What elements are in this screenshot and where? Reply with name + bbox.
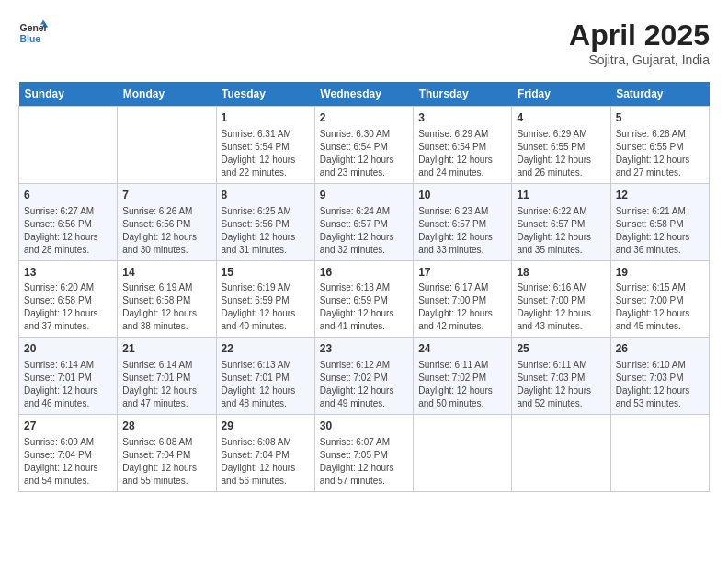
day-number: 16 <box>320 265 408 281</box>
calendar-cell: 8Sunrise: 6:25 AMSunset: 6:56 PMDaylight… <box>216 183 314 260</box>
calendar-cell: 23Sunrise: 6:12 AMSunset: 7:02 PMDayligh… <box>314 338 413 415</box>
calendar-cell: 28Sunrise: 6:08 AMSunset: 7:04 PMDayligh… <box>118 415 216 492</box>
day-info: Sunrise: 6:13 AMSunset: 7:01 PMDaylight:… <box>222 359 310 410</box>
calendar-cell: 9Sunrise: 6:24 AMSunset: 6:57 PMDaylight… <box>314 183 413 260</box>
day-number: 14 <box>122 265 210 281</box>
day-info: Sunrise: 6:29 AMSunset: 6:54 PMDaylight:… <box>418 128 506 179</box>
calendar-cell: 5Sunrise: 6:28 AMSunset: 6:55 PMDaylight… <box>610 107 709 184</box>
day-number: 25 <box>517 341 605 357</box>
day-number: 21 <box>122 341 210 357</box>
day-number: 11 <box>517 188 605 203</box>
day-number: 23 <box>320 341 408 357</box>
day-number: 6 <box>24 188 112 203</box>
day-info: Sunrise: 6:31 AMSunset: 6:54 PMDaylight:… <box>222 128 310 179</box>
day-info: Sunrise: 6:11 AMSunset: 7:03 PMDaylight:… <box>517 359 605 410</box>
calendar-cell <box>19 107 118 184</box>
day-number: 10 <box>418 188 506 203</box>
calendar-row: 13Sunrise: 6:20 AMSunset: 6:58 PMDayligh… <box>19 260 710 338</box>
col-wednesday: Wednesday <box>314 82 413 107</box>
day-number: 24 <box>418 341 506 357</box>
day-number: 22 <box>222 341 310 357</box>
calendar-cell: 22Sunrise: 6:13 AMSunset: 7:01 PMDayligh… <box>216 338 314 415</box>
day-info: Sunrise: 6:10 AMSunset: 7:03 PMDaylight:… <box>616 359 704 410</box>
day-info: Sunrise: 6:15 AMSunset: 7:00 PMDaylight:… <box>616 282 704 333</box>
calendar-cell: 3Sunrise: 6:29 AMSunset: 6:54 PMDaylight… <box>414 107 512 184</box>
day-number: 8 <box>222 188 310 203</box>
day-number: 3 <box>418 110 506 126</box>
day-info: Sunrise: 6:08 AMSunset: 7:04 PMDaylight:… <box>122 436 210 488</box>
day-number: 15 <box>222 265 310 281</box>
calendar-cell: 7Sunrise: 6:26 AMSunset: 6:56 PMDaylight… <box>118 183 216 260</box>
calendar-cell: 30Sunrise: 6:07 AMSunset: 7:05 PMDayligh… <box>314 415 413 492</box>
col-saturday: Saturday <box>610 82 709 107</box>
day-number: 1 <box>222 110 310 126</box>
col-friday: Friday <box>512 82 610 107</box>
day-number: 26 <box>616 341 704 357</box>
calendar-cell <box>414 415 512 492</box>
page-subtitle: Sojitra, Gujarat, India <box>569 52 710 67</box>
calendar-cell: 4Sunrise: 6:29 AMSunset: 6:55 PMDaylight… <box>512 107 610 184</box>
calendar-cell: 25Sunrise: 6:11 AMSunset: 7:03 PMDayligh… <box>512 338 610 415</box>
svg-text:Blue: Blue <box>20 34 41 44</box>
day-info: Sunrise: 6:08 AMSunset: 7:04 PMDaylight:… <box>222 436 310 488</box>
day-info: Sunrise: 6:14 AMSunset: 7:01 PMDaylight:… <box>122 359 210 410</box>
calendar-cell: 27Sunrise: 6:09 AMSunset: 7:04 PMDayligh… <box>19 415 118 492</box>
day-info: Sunrise: 6:30 AMSunset: 6:54 PMDaylight:… <box>320 128 408 179</box>
calendar-cell <box>610 415 709 492</box>
day-info: Sunrise: 6:16 AMSunset: 7:00 PMDaylight:… <box>517 282 605 333</box>
day-info: Sunrise: 6:29 AMSunset: 6:55 PMDaylight:… <box>517 128 605 179</box>
logo: General Blue <box>18 18 48 48</box>
day-info: Sunrise: 6:21 AMSunset: 6:58 PMDaylight:… <box>616 205 704 257</box>
calendar-cell: 1Sunrise: 6:31 AMSunset: 6:54 PMDaylight… <box>216 107 314 184</box>
title-block: April 2025 Sojitra, Gujarat, India <box>569 18 710 67</box>
calendar-cell: 11Sunrise: 6:22 AMSunset: 6:57 PMDayligh… <box>512 183 610 260</box>
col-sunday: Sunday <box>19 82 118 107</box>
day-number: 2 <box>320 110 408 126</box>
day-number: 30 <box>320 419 408 434</box>
day-info: Sunrise: 6:25 AMSunset: 6:56 PMDaylight:… <box>222 205 310 257</box>
day-info: Sunrise: 6:18 AMSunset: 6:59 PMDaylight:… <box>320 282 408 333</box>
day-number: 29 <box>222 419 310 434</box>
col-thursday: Thursday <box>414 82 512 107</box>
day-number: 27 <box>24 419 112 434</box>
calendar-cell: 6Sunrise: 6:27 AMSunset: 6:56 PMDaylight… <box>19 183 118 260</box>
calendar-table: Sunday Monday Tuesday Wednesday Thursday… <box>18 82 710 492</box>
day-number: 4 <box>517 110 605 126</box>
calendar-cell: 18Sunrise: 6:16 AMSunset: 7:00 PMDayligh… <box>512 260 610 338</box>
calendar-cell <box>512 415 610 492</box>
svg-marker-2 <box>40 20 46 25</box>
calendar-row: 6Sunrise: 6:27 AMSunset: 6:56 PMDaylight… <box>19 183 710 260</box>
day-info: Sunrise: 6:11 AMSunset: 7:02 PMDaylight:… <box>418 359 506 410</box>
day-info: Sunrise: 6:09 AMSunset: 7:04 PMDaylight:… <box>24 436 112 488</box>
day-info: Sunrise: 6:24 AMSunset: 6:57 PMDaylight:… <box>320 205 408 257</box>
calendar-cell: 2Sunrise: 6:30 AMSunset: 6:54 PMDaylight… <box>314 107 413 184</box>
day-info: Sunrise: 6:28 AMSunset: 6:55 PMDaylight:… <box>616 128 704 179</box>
day-number: 7 <box>122 188 210 203</box>
calendar-cell: 10Sunrise: 6:23 AMSunset: 6:57 PMDayligh… <box>414 183 512 260</box>
day-number: 12 <box>616 188 704 203</box>
calendar-cell: 21Sunrise: 6:14 AMSunset: 7:01 PMDayligh… <box>118 338 216 415</box>
day-number: 9 <box>320 188 408 203</box>
calendar-cell: 13Sunrise: 6:20 AMSunset: 6:58 PMDayligh… <box>19 260 118 338</box>
calendar-header-row: Sunday Monday Tuesday Wednesday Thursday… <box>19 82 710 107</box>
day-info: Sunrise: 6:27 AMSunset: 6:56 PMDaylight:… <box>24 205 112 257</box>
calendar-cell: 20Sunrise: 6:14 AMSunset: 7:01 PMDayligh… <box>19 338 118 415</box>
day-info: Sunrise: 6:07 AMSunset: 7:05 PMDaylight:… <box>320 436 408 488</box>
calendar-cell: 24Sunrise: 6:11 AMSunset: 7:02 PMDayligh… <box>414 338 512 415</box>
calendar-cell: 26Sunrise: 6:10 AMSunset: 7:03 PMDayligh… <box>610 338 709 415</box>
day-number: 28 <box>122 419 210 434</box>
calendar-row: 20Sunrise: 6:14 AMSunset: 7:01 PMDayligh… <box>19 338 710 415</box>
calendar-cell: 17Sunrise: 6:17 AMSunset: 7:00 PMDayligh… <box>414 260 512 338</box>
day-number: 18 <box>517 265 605 281</box>
calendar-row: 27Sunrise: 6:09 AMSunset: 7:04 PMDayligh… <box>19 415 710 492</box>
day-number: 20 <box>24 341 112 357</box>
day-info: Sunrise: 6:20 AMSunset: 6:58 PMDaylight:… <box>24 282 112 333</box>
day-number: 5 <box>616 110 704 126</box>
day-info: Sunrise: 6:19 AMSunset: 6:59 PMDaylight:… <box>222 282 310 333</box>
page-header: General Blue April 2025 Sojitra, Gujarat… <box>18 18 710 67</box>
logo-icon: General Blue <box>18 18 48 48</box>
day-info: Sunrise: 6:23 AMSunset: 6:57 PMDaylight:… <box>418 205 506 257</box>
col-monday: Monday <box>118 82 216 107</box>
day-number: 17 <box>418 265 506 281</box>
calendar-cell: 15Sunrise: 6:19 AMSunset: 6:59 PMDayligh… <box>216 260 314 338</box>
